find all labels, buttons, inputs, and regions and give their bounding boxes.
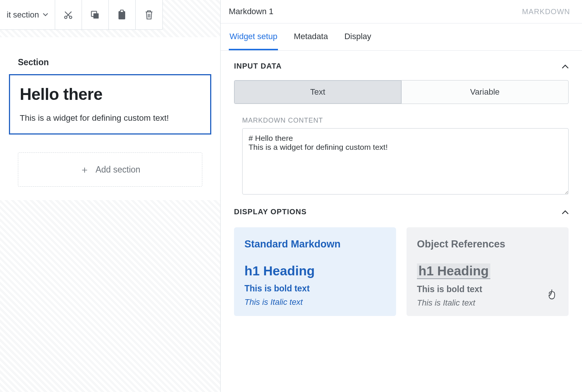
widget-type: MARKDOWN	[522, 7, 570, 16]
option-sample-italic: This is Italic text	[417, 298, 558, 308]
input-type-segmented: Text Variable	[234, 80, 569, 104]
copy-icon	[90, 10, 100, 20]
cut-icon	[63, 10, 73, 20]
option-object-references[interactable]: Object References h1 Heading This is bol…	[407, 227, 569, 316]
option-sample-h1: h1 Heading	[244, 263, 386, 278]
paste-button[interactable]	[109, 0, 136, 29]
paste-icon	[117, 10, 126, 20]
segment-variable[interactable]: Variable	[402, 80, 569, 104]
widget-name: Markdown 1	[229, 7, 273, 16]
settings-tabs: Widget setup Metadata Display	[221, 23, 582, 51]
canvas-pane: it section Section Hello there This is a…	[0, 0, 221, 392]
trash-icon	[145, 10, 154, 20]
add-section-label: Add section	[95, 165, 140, 175]
tab-widget-setup[interactable]: Widget setup	[229, 23, 278, 50]
option-sample-bold: This is bold text	[244, 284, 386, 294]
group-input-data[interactable]: INPUT DATA	[221, 51, 582, 77]
toolbar: it section	[0, 0, 163, 30]
svg-rect-5	[120, 10, 123, 12]
tab-display[interactable]: Display	[344, 23, 372, 50]
svg-point-0	[65, 16, 67, 19]
segment-text[interactable]: Text	[234, 80, 402, 104]
markdown-content-input[interactable]	[242, 128, 569, 195]
svg-rect-3	[94, 13, 99, 18]
option-sample-bold: This is bold text	[417, 284, 558, 294]
group-display-options-label: DISPLAY OPTIONS	[234, 208, 307, 216]
settings-header: Markdown 1 MARKDOWN	[221, 0, 582, 23]
settings-pane: Markdown 1 MARKDOWN Widget setup Metadat…	[221, 0, 582, 392]
cut-button[interactable]	[55, 0, 82, 29]
copy-button[interactable]	[82, 0, 109, 29]
widget-body: This is a widget for defining custom tex…	[20, 113, 200, 123]
group-input-data-label: INPUT DATA	[234, 62, 282, 70]
section-label: Section	[9, 46, 211, 74]
edit-section-dropdown[interactable]: it section	[0, 0, 55, 29]
option-title: Standard Markdown	[244, 238, 386, 250]
plus-icon: ＋	[80, 163, 89, 176]
add-section-button[interactable]: ＋ Add section	[18, 152, 202, 187]
option-title: Object References	[417, 238, 558, 250]
widget-heading: Hello there	[20, 85, 200, 104]
chevron-up-icon	[562, 210, 569, 214]
edit-section-label: it section	[7, 10, 39, 20]
canvas: Section Hello there This is a widget for…	[0, 37, 220, 200]
group-display-options[interactable]: DISPLAY OPTIONS	[221, 196, 582, 223]
option-sample-italic: This is Italic text	[244, 297, 386, 307]
chevron-down-icon	[43, 13, 48, 17]
markdown-widget[interactable]: Hello there This is a widget for definin…	[9, 74, 211, 135]
svg-point-1	[70, 16, 72, 19]
delete-button[interactable]	[136, 0, 162, 29]
chevron-up-icon	[562, 64, 569, 69]
tab-metadata[interactable]: Metadata	[293, 23, 329, 50]
option-sample-h1: h1 Heading	[417, 263, 490, 279]
option-standard-markdown[interactable]: Standard Markdown h1 Heading This is bol…	[234, 227, 396, 316]
cursor-icon	[546, 288, 557, 301]
markdown-content-label: MARKDOWN CONTENT	[221, 104, 582, 128]
